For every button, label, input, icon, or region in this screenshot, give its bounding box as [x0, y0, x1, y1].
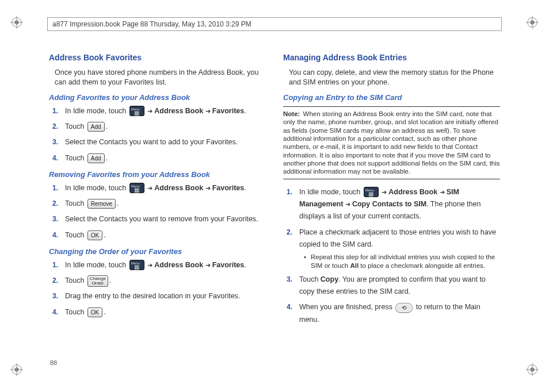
intro-text: Once you have stored phone numbers in th… — [55, 68, 266, 87]
nav-label: Favorites — [212, 261, 245, 269]
list-item: 4. When you are finished, press ⟲ to ret… — [299, 301, 500, 326]
step-text: When you are finished, press — [299, 303, 394, 311]
list-item: 3. Select the Contacts you want to remov… — [65, 213, 266, 225]
menu-icon — [129, 183, 144, 193]
arrow-icon: ➔ — [147, 185, 154, 191]
note-body: When storing an Address Book entry into … — [283, 110, 500, 175]
menu-icon — [129, 106, 144, 116]
section-heading: Managing Address Book Entries — [283, 53, 500, 62]
page-number: 88 — [50, 359, 57, 366]
menu-icon — [364, 187, 379, 197]
steps-list: 1. In Idle mode, touch ➔ Address Book ➔ … — [49, 105, 266, 164]
list-item: 4. Touch Add. — [65, 152, 266, 164]
list-item: 3. Touch Copy. You are prompted to confi… — [299, 274, 500, 298]
step-text: In Idle mode, touch — [299, 188, 363, 196]
arrow-icon: ➔ — [345, 201, 352, 207]
step-text: Place a checkmark adjacent to those entr… — [299, 228, 496, 248]
arrow-icon: ➔ — [147, 107, 154, 114]
list-item: 2. Touch Change Order. — [65, 275, 266, 287]
page-body: Address Book Favorites Once you have sto… — [49, 53, 500, 367]
arrow-icon: ➔ — [147, 262, 154, 268]
nav-label: Address Book — [388, 188, 437, 196]
step-text: In Idle mode, touch — [65, 261, 128, 269]
nav-label: Address Book — [154, 261, 203, 269]
step-text: Select the Contacts you want to add to y… — [65, 138, 238, 146]
step-text: Drag the entry to the desired location i… — [65, 292, 240, 300]
add-button-icon: Add — [87, 153, 105, 163]
nav-label: Copy Contacts to SIM — [352, 200, 426, 208]
left-column: Address Book Favorites Once you have sto… — [49, 53, 266, 367]
steps-list: 1. In Idle mode, touch ➔ Address Book ➔ … — [49, 259, 266, 318]
subsection-heading: Adding Favorites to your Address Book — [49, 93, 266, 102]
sub-text: to place a checkmark alongside all entri… — [359, 262, 485, 269]
right-column: Managing Address Book Entries You can co… — [283, 53, 500, 367]
nav-label: Address Book — [154, 184, 203, 192]
crop-mark-ornament — [526, 363, 539, 376]
step-text: Touch — [65, 276, 86, 285]
add-button-icon: Add — [87, 122, 105, 132]
document-header: a877 Impression.book Page 88 Thursday, M… — [47, 17, 502, 31]
list-item: 4. Touch OK. — [65, 229, 266, 241]
sub-bullet: Repeat this step for all individual entr… — [304, 253, 500, 270]
list-item: 4. Touch OK. — [65, 306, 266, 318]
arrow-icon: ➔ — [205, 185, 212, 191]
step-text: In Idle mode, touch — [65, 184, 128, 192]
list-item: 3. Select the Contacts you want to add t… — [65, 136, 266, 148]
list-item: 3. Drag the entry to the desired locatio… — [65, 290, 266, 302]
arrow-icon: ➔ — [205, 262, 212, 268]
step-text: In Idle mode, touch — [65, 107, 128, 115]
note-label: Note: — [283, 110, 300, 117]
ok-button-icon: OK — [87, 308, 102, 317]
crop-mark-ornament — [526, 16, 539, 29]
change-order-button-icon: Change Order — [87, 275, 108, 287]
list-item: 2. Touch Add. — [65, 121, 266, 133]
arrow-icon: ➔ — [440, 189, 447, 195]
crop-mark-ornament — [10, 16, 23, 29]
arrow-icon: ➔ — [382, 189, 388, 195]
remove-button-icon: Remove — [87, 199, 116, 209]
list-item: 2. Place a checkmark adjacent to those e… — [299, 226, 500, 270]
subsection-heading: Removing Favorites from your Address Boo… — [49, 170, 266, 179]
ok-button-icon: OK — [87, 230, 102, 240]
copy-label: Copy — [321, 275, 338, 283]
step-text: Touch — [65, 308, 86, 316]
note-block: Note: When storing an Address Book entry… — [283, 106, 500, 179]
list-item: 1. In Idle mode, touch ➔ Address Book ➔ … — [299, 186, 500, 223]
subsection-heading: Changing the Order of your Favorites — [49, 247, 266, 256]
nav-label: Favorites — [212, 184, 245, 192]
step-text: Touch — [65, 199, 86, 207]
step-text: Touch — [65, 122, 86, 130]
nav-label: Favorites — [212, 107, 245, 115]
steps-list: 1. In Idle mode, touch ➔ Address Book ➔ … — [283, 186, 500, 326]
section-heading: Address Book Favorites — [49, 53, 266, 62]
steps-list: 1. In Idle mode, touch ➔ Address Book ➔ … — [49, 182, 266, 241]
list-item: 1. In Idle mode, touch ➔ Address Book ➔ … — [65, 182, 266, 194]
intro-text: You can copy, delete, and view the memor… — [289, 68, 500, 87]
step-text: Select the Contacts you want to remove f… — [65, 215, 258, 223]
crop-mark-ornament — [10, 363, 23, 376]
menu-icon — [129, 260, 144, 270]
subsection-heading: Copying an Entry to the SIM Card — [283, 93, 500, 102]
list-item: 2. Touch Remove. — [65, 198, 266, 210]
end-key-icon: ⟲ — [395, 303, 413, 313]
step-text: Touch — [65, 154, 86, 162]
step-text: Touch — [65, 231, 86, 239]
nav-label: Address Book — [154, 107, 203, 115]
arrow-icon: ➔ — [205, 107, 212, 114]
all-label: All — [350, 262, 359, 269]
list-item: 1. In Idle mode, touch ➔ Address Book ➔ … — [65, 105, 266, 117]
list-item: 1. In Idle mode, touch ➔ Address Book ➔ … — [65, 259, 266, 271]
step-text: Touch — [299, 275, 321, 283]
